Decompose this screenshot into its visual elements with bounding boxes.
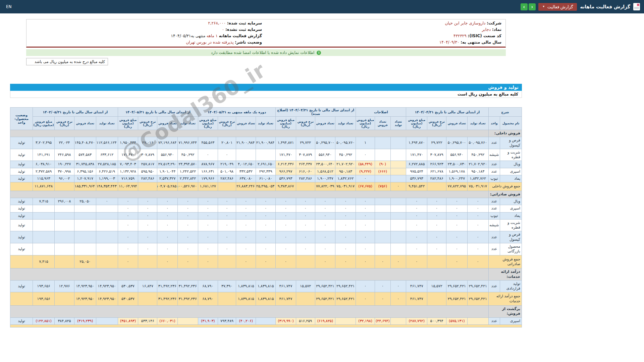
table-cell	[55, 219, 74, 231]
product-name-cell: محصول بازرگانی	[500, 243, 522, 255]
table-cell	[96, 243, 118, 255]
table-cell: ۰	[198, 219, 218, 231]
info-value: ۴۳۲۳۲۹	[453, 34, 468, 38]
table-cell: ۰	[356, 149, 375, 161]
table-cell: ۰	[315, 255, 335, 268]
info-value: ۱۴۰۴/۰۹/۳۰	[439, 40, 461, 45]
table-cell: ۱,۲۴۲,۵۲۲	[178, 168, 198, 175]
column-header: نرخ فروش (ریال)	[296, 117, 315, 130]
table-cell: ۷,۴۱۵	[33, 198, 55, 205]
table-cell: ۲۵,۰۵۰	[74, 255, 96, 268]
table-cell: ۰	[236, 219, 256, 231]
table-cell: ۰	[218, 149, 236, 161]
table-cell	[390, 219, 406, 231]
table-cell: ۰	[218, 219, 236, 231]
table-cell: ۸۷۸,۹۶۷	[198, 161, 218, 168]
table-cell	[390, 198, 406, 205]
table-cell: ۲۴۶,۵۹۸	[55, 149, 74, 161]
table-cell: برگشت از فروش:	[488, 306, 522, 318]
table-cell	[390, 175, 406, 182]
table-cell: ۲۵,۰۵۰	[74, 198, 96, 205]
table-cell: ۳۰۷,۸۷۹	[138, 149, 157, 161]
table-cell	[467, 317, 488, 324]
table-cell	[390, 231, 406, 243]
table-cell	[74, 219, 96, 231]
product-name-cell: شربت و قطره	[500, 219, 522, 231]
column-group-header: اصلاحات	[356, 108, 406, 117]
table-cell: ۲۹,۷۲۲	[296, 137, 315, 149]
language-toggle-en[interactable]: EN	[4, 4, 14, 9]
table-cell: ۲۳,۵۰۰,۶۴۰	[315, 161, 335, 168]
table-cell: ۰	[118, 205, 138, 212]
product-status-cell: تولید	[10, 168, 33, 175]
table-cell: ۳۱,۴۹۲,۲۳۶	[178, 292, 198, 306]
info-row: گزارش فعالیت ماهانه ۱ ماهه منتهی به۱۴۰۴/…	[26, 33, 266, 39]
company-info-left-column: سرمایه ثبت شده: ۲,۲۶۸,۰۰۰سرمایه ثبت نشده…	[26, 20, 266, 46]
table-row: قرص و کپسولعدد۰۰۰۰۰۰۰۰۰۰۰۰۰۰۰۰۰تولید	[10, 231, 522, 243]
table-row: شربت و قطرهشیشه۰۰۰۰۰۰۰۰۰۰۰۰۰۰۰۰۰تولید	[10, 219, 522, 231]
table-cell: ۰	[467, 231, 488, 243]
table-cell: ۰	[406, 219, 427, 231]
column-header: تعداد تولید	[256, 117, 276, 130]
table-cell	[10, 268, 489, 281]
chevron-down-icon: ▼	[542, 5, 545, 8]
table-cell: (۶۱۹,۸۲۵)	[315, 317, 335, 324]
table-cell: ۰	[236, 198, 256, 205]
table-cell: ۲۸۲,۴۸۶	[427, 175, 446, 182]
company-info-panel: شرکت: داروسازی جابر ابن حیاننماد: دجابرک…	[26, 19, 506, 48]
table-cell: ۰	[390, 280, 406, 292]
table-cell: ۶۸,۷۹۰	[198, 292, 218, 306]
info-label: سال مالی منتهی به:	[461, 40, 501, 45]
table-cell	[375, 212, 391, 219]
table-cell: ۷۷,۸۲۲,۰۳۹	[315, 182, 335, 191]
table-cell: ۰	[375, 292, 391, 306]
table-cell: ۰	[276, 231, 296, 243]
column-header: تعداد تولید	[467, 117, 488, 130]
table-cell: ۰	[256, 219, 276, 231]
table-cell: ۰	[406, 212, 427, 219]
previous-report-button[interactable]: ›	[521, 3, 528, 10]
amounts-unit-note: کلیه مبالغ درج شده به میلیون ریال می باش…	[26, 58, 108, 65]
info-label: شرکت:	[487, 21, 501, 25]
table-cell: ۰	[178, 212, 198, 219]
table-cell: ۲۹,۶۵۲,۴۲۱	[467, 280, 488, 292]
table-cell: ۲۹,۶۵۲,۴۲۱	[467, 292, 488, 306]
table-cell: ۰	[178, 205, 198, 212]
product-unit-cell: عدد	[488, 243, 500, 255]
table-cell	[74, 243, 96, 255]
table-cell	[256, 317, 276, 324]
table-cell: ۱۵,۵۷۲	[296, 280, 315, 292]
product-name-cell: اسپری	[500, 168, 522, 175]
table-cell: ۰	[178, 219, 198, 231]
table-cell: ۰	[276, 243, 296, 255]
table-cell: ۲۱,۷۰۲,۹۲۰	[467, 161, 488, 168]
table-cell: ۰	[256, 243, 276, 255]
table-cell: ۰	[138, 231, 157, 243]
table-cell: ۲۹۲,۳۳۹	[256, 168, 276, 175]
table-cell: ۲۱,۹۰۰,۹۸۴	[256, 137, 276, 149]
table-cell: ۵۰,۲۹۵,۷۰۰	[315, 137, 335, 149]
table-cell	[218, 292, 236, 306]
table-cell: ۰	[178, 243, 198, 255]
table-cell: ۲۵,۴۹۵,۰۵۳	[256, 182, 276, 191]
table-cell: ۲۲,۰۲۴	[55, 137, 74, 149]
table-cell: ۱۹۳,۶۵۶	[33, 280, 55, 292]
table-cell: ۰	[356, 255, 375, 268]
table-cell: ۵۳۳,۱۴۶	[138, 317, 157, 324]
next-report-button[interactable]: ‹	[529, 3, 536, 10]
product-name-cell: پماد	[500, 212, 522, 219]
table-cell: ۲۰,۸۰۱	[218, 137, 236, 149]
table-row: اسپریعدد۹۵۰,۱۸۳۱,۵۶۹,۱۷۸۶۲۱,۶۷۸۹۷۵,۵۲۴(۶…	[10, 168, 522, 175]
table-cell: ۱۴,۹۲۳,۹۵۰	[96, 280, 118, 292]
table-row: ویالعدد۰۰۰۰۰۰۰۰۰۰۰۰۰۰۰۰۰۰۲۵,۰۵۰۲۹۶,۰۰۸۷,…	[10, 198, 522, 205]
table-cell: ۰	[427, 205, 446, 212]
info-row: سرمایه ثبت نشده: ۰	[26, 26, 266, 33]
table-cell	[55, 212, 74, 219]
table-cell: ۰	[335, 205, 356, 212]
table-cell: ۱۹۳,۶۵۶	[33, 292, 55, 306]
product-name-cell: اسپری	[500, 205, 522, 212]
product-status-cell: تولید	[10, 219, 33, 231]
table-cell	[55, 182, 74, 191]
table-cell	[256, 149, 276, 161]
report-type-dropdown[interactable]: گزارش فعالیت ▼	[538, 3, 577, 11]
